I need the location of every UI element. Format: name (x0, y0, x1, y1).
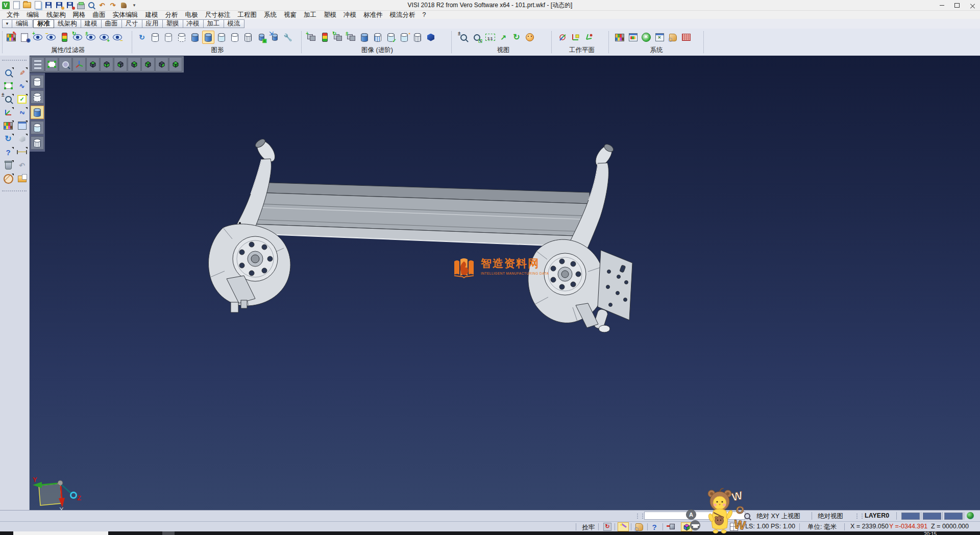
watermark-logo-icon (452, 256, 476, 279)
svg-text:W: W (730, 489, 744, 504)
mascot-outfit-badge[interactable] (690, 520, 700, 530)
z-axis-label: Z (77, 494, 81, 502)
axis-triad-icon[interactable] (72, 57, 86, 71)
view-toolbar (30, 56, 184, 72)
windows-taskbar: 20:15 (0, 531, 980, 535)
mascot-wow-letters: W O W (730, 489, 747, 532)
display-hidden-line-cylinder-icon[interactable] (31, 90, 44, 104)
status-bar-top: 绝对 XY 上视图 绝对视图 LAYER0 (0, 510, 980, 521)
shirt-icon (693, 524, 698, 528)
coord-x-readout: X = 2339.050 (850, 523, 889, 530)
view-bottom-cube-icon[interactable] (100, 57, 113, 71)
view-mode-label[interactable]: 绝对视图 (818, 512, 843, 521)
display-shaded-cylinder-icon[interactable] (31, 106, 44, 119)
layer-color-swatch[interactable] (923, 513, 941, 520)
zoom-dynamic-magnifier-icon[interactable] (59, 57, 72, 71)
cad-model-axle[interactable] (208, 137, 632, 332)
units-label: 单位: 毫米 (807, 523, 837, 531)
coord-y-readout: Y =-0344.391 (889, 523, 927, 530)
view-right-cube-icon[interactable] (155, 57, 168, 71)
desktop-mascot: W O W (700, 488, 751, 535)
status-bar-bottom: 拴牢 ↻ ? LS: 1.00 PS: 1.00 单位: 毫米 X = 2339… (0, 521, 980, 532)
ucs-triad: Y X Z (33, 476, 81, 514)
snap-intersection-icon[interactable] (666, 523, 676, 531)
view-front-cube-icon[interactable] (114, 57, 127, 71)
coord-z-readout: Z = 0000.000 (931, 523, 969, 530)
assistant-badge[interactable]: A (686, 509, 696, 520)
toolbar-drag-handle[interactable] (637, 514, 643, 519)
scale-info-label: LS: 1.00 PS: 1.00 (745, 523, 795, 530)
display-wireframe-cylinder-icon[interactable] (31, 75, 44, 88)
watermark-subtitle: INTELLIGENT MANUFACTURING DATA (481, 272, 549, 275)
taskbar-app-button[interactable] (162, 531, 175, 535)
y-axis-label: Y (33, 476, 37, 483)
view-isometric-cube-icon[interactable] (169, 57, 182, 71)
watermark-title: 智造资料网 (481, 256, 549, 271)
layer-color-swatch[interactable] (901, 513, 920, 520)
z-axis-marker (71, 493, 77, 498)
view-reference-label[interactable]: 绝对 XY 上视图 (756, 512, 800, 521)
view-left-cube-icon[interactable] (141, 57, 155, 71)
svg-text:W: W (733, 517, 747, 532)
selection-wand-icon[interactable] (618, 522, 629, 531)
svg-text:O: O (736, 504, 744, 516)
taskbar-clock[interactable]: 20:15 (924, 531, 954, 535)
application-window: V ↶ ↷ ▾ VISI 2018 R2 from Vero Software … (0, 0, 980, 535)
lock-refresh-icon[interactable]: ↻ (602, 523, 612, 531)
triad-origin (58, 480, 63, 485)
zoom-window-icon[interactable] (45, 57, 58, 71)
display-transparent-cylinder-icon[interactable] (31, 121, 44, 134)
layer-color-swatch[interactable] (944, 513, 963, 520)
watermark: 智造资料网 INTELLIGENT MANUFACTURING DATA (452, 256, 549, 279)
display-mode-strip (30, 73, 45, 152)
mascot-character (708, 488, 733, 533)
display-hatched-cylinder-icon[interactable] (31, 136, 44, 150)
lock-label[interactable]: 拴牢 (582, 523, 595, 532)
active-layer-label[interactable]: LAYER0 (865, 512, 889, 519)
taskbar-search-box[interactable] (13, 531, 108, 535)
stamp-tool-icon[interactable] (634, 523, 644, 531)
globe-icon[interactable] (967, 512, 974, 519)
toolbar-drag-handle[interactable] (856, 514, 863, 519)
view-top-cube-icon[interactable] (86, 57, 100, 71)
view-menu-list-icon[interactable] (31, 57, 44, 71)
query-help-icon[interactable]: ? (649, 523, 659, 531)
view-back-cube-icon[interactable] (128, 57, 141, 71)
